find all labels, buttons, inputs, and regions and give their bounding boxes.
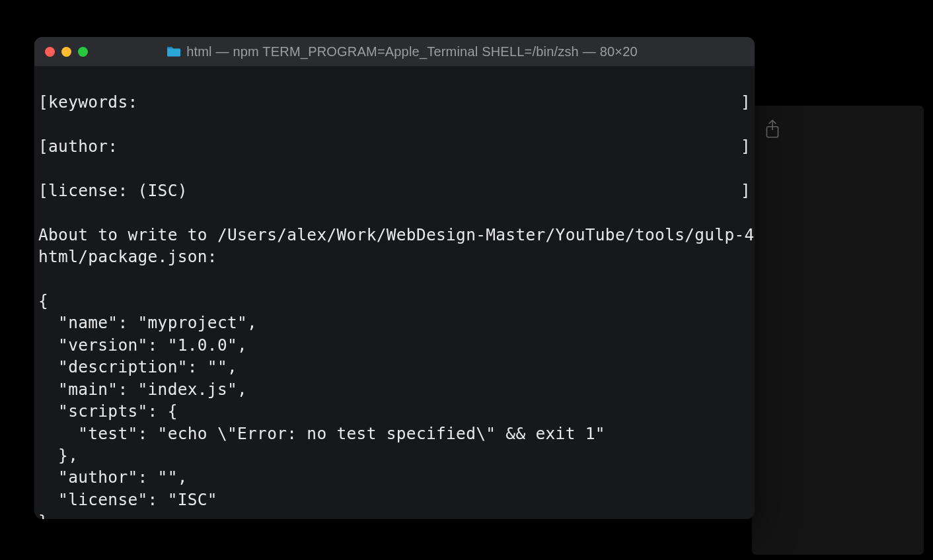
json-line: "version": "1.0.0",	[38, 335, 247, 355]
json-line: "license": "ISC"	[38, 490, 217, 509]
window-title: html — npm TERM_PROGRAM=Apple_Terminal S…	[60, 44, 744, 59]
share-icon	[764, 119, 781, 143]
json-line: "author": "",	[38, 468, 188, 487]
about-line-1: About to write to /Users/alex/Work/WebDe…	[38, 225, 755, 244]
titlebar[interactable]: html — npm TERM_PROGRAM=Apple_Terminal S…	[34, 37, 755, 67]
close-window-button[interactable]	[45, 47, 55, 57]
prompt-author: [author:	[38, 135, 118, 157]
terminal-output[interactable]: [keywords:] [author:] [license: (ISC)] A…	[34, 67, 755, 519]
folder-icon	[167, 46, 181, 57]
bracket-close: ]	[741, 135, 751, 157]
bracket-close: ]	[741, 180, 751, 201]
json-line: }	[38, 512, 48, 519]
background-window	[752, 106, 924, 555]
prompt-license: [license: (ISC)	[38, 180, 188, 201]
prompt-keywords: [keywords:	[38, 91, 138, 113]
json-line: {	[38, 291, 48, 310]
json-line: "test": "echo \"Error: no test specified…	[38, 424, 605, 443]
about-line-2: html/package.json:	[38, 247, 217, 266]
json-line: "name": "myproject",	[38, 313, 257, 332]
json-line: "description": "",	[38, 357, 237, 376]
json-line: "main": "index.js",	[38, 380, 247, 399]
terminal-window[interactable]: html — npm TERM_PROGRAM=Apple_Terminal S…	[34, 37, 755, 519]
bracket-close: ]	[741, 91, 751, 113]
window-title-text: html — npm TERM_PROGRAM=Apple_Terminal S…	[186, 44, 638, 59]
json-line: },	[38, 446, 78, 465]
json-line: "scripts": {	[38, 402, 178, 421]
